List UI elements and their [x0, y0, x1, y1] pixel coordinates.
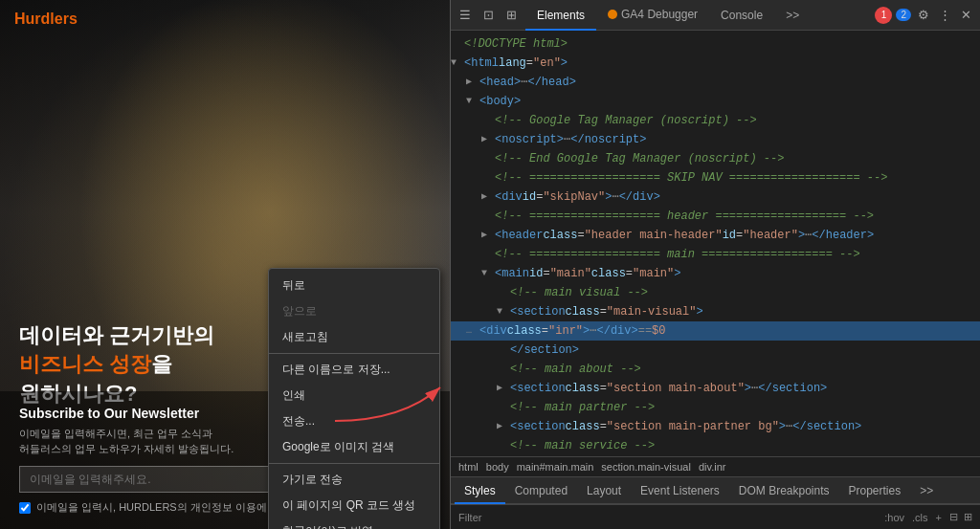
tab-more[interactable]: >> — [774, 0, 811, 31]
bottom-tab-event-listeners[interactable]: Event Listeners — [631, 477, 729, 504]
element-main-visual[interactable]: ▼ <section class="main-visual"> — [451, 302, 980, 321]
element-about-comment[interactable]: <!-- main about --> — [451, 360, 980, 379]
element-html[interactable]: ▼ <html lang="en"> — [451, 54, 980, 73]
devtools-undock-icon[interactable]: ⊞ — [964, 511, 972, 523]
settings-icon[interactable]: ⚙ — [915, 7, 932, 24]
close-icon[interactable]: ✕ — [957, 7, 974, 24]
element-main-partner[interactable]: ▶ <section class="section main-partner b… — [451, 417, 980, 436]
inspect-icon[interactable]: ⊞ — [502, 7, 520, 24]
elements-panel[interactable]: <!DOCTYPE html> ▼ <html lang="en"> ▶ <he… — [451, 31, 980, 456]
element-section-close[interactable]: </section> — [451, 341, 980, 360]
element-partner-comment[interactable]: <!-- main partner --> — [451, 398, 980, 417]
element-skipnav-div[interactable]: ▶ <div id="skipNav">⋯</div> — [451, 187, 980, 207]
vertical-dots-icon[interactable]: ⋮ — [936, 7, 953, 24]
left-panel: Hurdlers 데이터와 근거기반의 비즈니스 성장을 원하시나요? Subs… — [0, 0, 450, 529]
tab-ga4-debugger[interactable]: GA4 Debugger — [596, 0, 709, 31]
close-error-badge[interactable]: 1 — [875, 7, 892, 24]
context-menu-item-send-to[interactable]: 가기로 전송 — [269, 467, 439, 493]
devtools-dock-icon[interactable]: ⊟ — [949, 511, 958, 523]
tab-elements[interactable]: Elements — [525, 0, 596, 31]
element-main-visual-comment[interactable]: <!-- main visual --> — [451, 283, 980, 302]
bottom-tab-dom-breakpoints[interactable]: DOM Breakpoints — [729, 477, 839, 504]
context-menu-item-translate[interactable]: 한국어(이)로 번역 — [269, 518, 439, 529]
breadcrumb-main[interactable]: main#main.main — [517, 461, 594, 473]
element-header-comment[interactable]: <!-- =================== header ========… — [451, 207, 980, 226]
devtools-panel: ☰ ⊡ ⊞ Elements GA4 Debugger Console >> 1… — [450, 0, 980, 529]
devtools-tabs: Elements GA4 Debugger Console >> — [525, 0, 811, 31]
context-menu-item-refresh[interactable]: 새로고침 — [269, 324, 439, 350]
element-doctype[interactable]: <!DOCTYPE html> — [451, 34, 980, 54]
arrow-icon — [325, 373, 450, 430]
bottom-tab-layout[interactable]: Layout — [577, 477, 631, 504]
devtools-bottom-tabs: Styles Computed Layout Event Listeners D… — [451, 477, 980, 504]
headline-orange: 비즈니스 성장 — [19, 352, 151, 376]
context-menu-item-back[interactable]: 뒤로 — [269, 273, 439, 298]
breadcrumb-section[interactable]: section.main-visual — [601, 461, 691, 473]
device-toolbar-icon[interactable]: ⊡ — [479, 7, 497, 24]
breadcrumb-body[interactable]: body — [486, 461, 509, 473]
hamburger-icon[interactable]: ☰ — [457, 7, 474, 24]
tab-console[interactable]: Console — [709, 0, 774, 31]
element-gtm-comment[interactable]: <!-- Google Tag Manager (noscript) --> — [451, 111, 980, 130]
bottom-tab-more[interactable]: >> — [910, 477, 943, 504]
filter-hint-cls[interactable]: .cls — [912, 512, 928, 523]
notification-badge[interactable]: 2 — [896, 9, 911, 21]
devtools-right-icons: 1 2 ⚙ ⋮ ✕ — [875, 7, 974, 24]
element-inr-div[interactable]: … <div class="inr">⋯</div> == $0 — [451, 321, 980, 341]
bottom-tab-styles[interactable]: Styles — [455, 477, 505, 504]
context-menu-item-google-image[interactable]: Google로 이미지 검색 — [269, 434, 439, 460]
breadcrumb-html[interactable]: html — [458, 461, 479, 473]
context-menu-item-qr[interactable]: 이 페이지의 QR 코드 생성 — [269, 493, 439, 518]
element-main[interactable]: ▼ <main id="main" class="main"> — [451, 264, 980, 283]
element-service-comment[interactable]: <!-- main service --> — [451, 436, 980, 455]
top-bar: Hurdlers — [0, 0, 450, 38]
ga4-dot-icon — [608, 10, 617, 19]
element-skipnav-comment[interactable]: <!-- =================== SKIP NAV ======… — [451, 168, 980, 187]
devtools-toolbar: ☰ ⊡ ⊞ Elements GA4 Debugger Console >> 1… — [451, 0, 980, 31]
devtools-breadcrumb: html body main#main.main section.main-vi… — [451, 456, 980, 477]
element-noscript[interactable]: ▶ <noscript>⋯</noscript> — [451, 130, 980, 149]
element-gtm-end-comment[interactable]: <!-- End Google Tag Manager (noscript) -… — [451, 149, 980, 168]
context-menu-item-forward[interactable]: 앞으로 — [269, 298, 439, 324]
element-body[interactable]: ▼ <body> — [451, 92, 980, 111]
bottom-tab-computed[interactable]: Computed — [505, 477, 577, 504]
bottom-tab-properties[interactable]: Properties — [839, 477, 911, 504]
logo: Hurdlers — [14, 11, 78, 28]
error-count: 1 — [881, 10, 887, 20]
context-menu-divider-2 — [269, 463, 439, 464]
filter-input[interactable] — [489, 511, 877, 524]
filter-hint-plus[interactable]: + — [936, 512, 942, 523]
filter-hint-hov[interactable]: :hov — [884, 512, 904, 523]
element-head[interactable]: ▶ <head>⋯</head> — [451, 73, 980, 92]
element-header[interactable]: ▶ <header class="header main-header" id=… — [451, 226, 980, 245]
filter-label: Filter — [458, 512, 481, 523]
context-menu-divider-1 — [269, 353, 439, 354]
element-main-about[interactable]: ▶ <section class="section main-about">⋯<… — [451, 379, 980, 398]
element-main-comment[interactable]: <!-- =================== main ==========… — [451, 245, 980, 264]
arrow-overlay — [325, 373, 450, 434]
breadcrumb-div[interactable]: div.inr — [699, 461, 726, 473]
notif-count: 2 — [901, 10, 906, 20]
filter-bar: Filter :hov .cls + ⊟ ⊞ — [451, 504, 980, 529]
consent-checkbox[interactable] — [19, 502, 31, 514]
